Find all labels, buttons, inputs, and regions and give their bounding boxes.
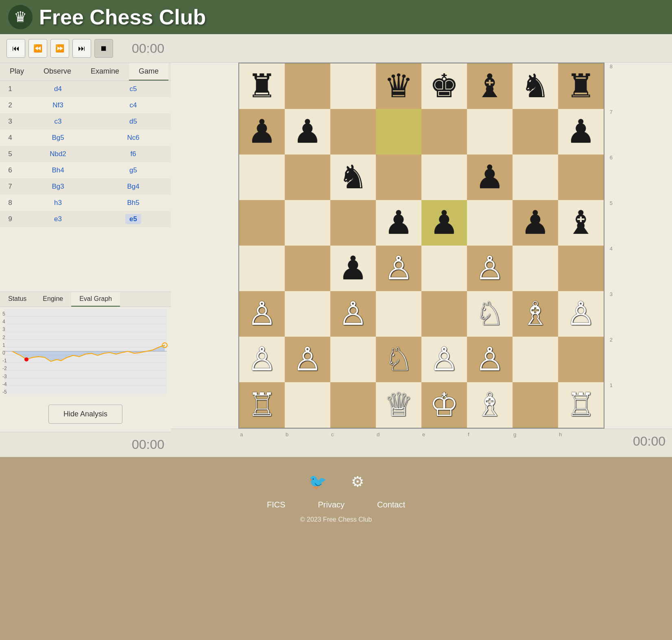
square-a6[interactable] [239, 155, 285, 200]
square-e7[interactable] [421, 109, 467, 155]
square-c3[interactable]: ♙ [330, 291, 376, 337]
square-d6[interactable] [376, 155, 421, 200]
square-g5[interactable]: ♟ [513, 200, 558, 246]
square-g6[interactable] [513, 155, 558, 200]
white-move-link[interactable]: Bg5 [52, 134, 64, 141]
square-f4[interactable]: ♙ [467, 246, 513, 291]
prev-button[interactable]: ⏪ [28, 39, 47, 58]
square-c2[interactable] [330, 337, 376, 382]
square-g8[interactable]: ♞ [513, 63, 558, 109]
square-d1[interactable]: ♕ [376, 382, 421, 428]
square-c1[interactable] [330, 382, 376, 428]
white-move-link[interactable]: c3 [55, 118, 62, 125]
black-move-link[interactable]: Nc6 [127, 134, 139, 141]
white-move-link[interactable]: Bh4 [52, 166, 64, 174]
square-g3[interactable]: ♗ [513, 291, 558, 337]
square-f7[interactable] [467, 109, 513, 155]
next-button[interactable]: ⏩ [50, 39, 69, 58]
white-move-link[interactable]: Nbd2 [50, 150, 66, 158]
tab-examine[interactable]: Examine [81, 63, 129, 81]
square-e4[interactable] [421, 246, 467, 291]
first-button[interactable]: ⏮ [7, 39, 25, 58]
square-a1[interactable]: ♖ [239, 382, 285, 428]
square-a2[interactable]: ♙ [239, 337, 285, 382]
square-f5[interactable] [467, 200, 513, 246]
square-e2[interactable]: ♙ [421, 337, 467, 382]
last-button[interactable]: ⏭ [72, 39, 91, 58]
square-f8[interactable]: ♝ [467, 63, 513, 109]
analysis-tab-engine[interactable]: Engine [35, 292, 71, 307]
square-h1[interactable]: ♖ [558, 382, 604, 428]
square-h3[interactable]: ♙ [558, 291, 604, 337]
square-d3[interactable] [376, 291, 421, 337]
square-c4[interactable]: ♟ [330, 246, 376, 291]
square-a7[interactable]: ♟ [239, 109, 285, 155]
square-b8[interactable] [285, 63, 330, 109]
github-icon[interactable]: ⚙ [351, 473, 364, 490]
square-c8[interactable] [330, 63, 376, 109]
square-e3[interactable] [421, 291, 467, 337]
black-move-link[interactable]: Bh5 [127, 199, 139, 207]
white-move-link[interactable]: d4 [54, 85, 62, 93]
black-move-link[interactable]: d5 [129, 118, 137, 125]
analysis-tab-status[interactable]: Status [0, 292, 35, 307]
square-e5[interactable]: ♟ [421, 200, 467, 246]
square-d2[interactable]: ♘ [376, 337, 421, 382]
square-c7[interactable] [330, 109, 376, 155]
square-a3[interactable]: ♙ [239, 291, 285, 337]
black-move-link[interactable]: e5 [125, 214, 141, 224]
black-move-link[interactable]: c4 [130, 101, 137, 109]
twitter-icon[interactable]: 🐦 [308, 473, 327, 490]
square-f6[interactable]: ♟ [467, 155, 513, 200]
square-h8[interactable]: ♜ [558, 63, 604, 109]
square-h6[interactable] [558, 155, 604, 200]
square-c5[interactable] [330, 200, 376, 246]
white-move-link[interactable]: Bg3 [52, 183, 64, 190]
white-move-link[interactable]: h3 [54, 199, 62, 207]
square-h4[interactable] [558, 246, 604, 291]
square-h2[interactable] [558, 337, 604, 382]
square-d8[interactable]: ♛ [376, 63, 421, 109]
black-move-link[interactable]: c5 [130, 85, 137, 93]
square-g2[interactable] [513, 337, 558, 382]
square-c6[interactable]: ♞ [330, 155, 376, 200]
square-b6[interactable] [285, 155, 330, 200]
square-b2[interactable]: ♙ [285, 337, 330, 382]
square-g4[interactable] [513, 246, 558, 291]
square-f1[interactable]: ♗ [467, 382, 513, 428]
square-a4[interactable] [239, 246, 285, 291]
hide-analysis-button[interactable]: Hide Analysis [48, 405, 122, 424]
square-g7[interactable] [513, 109, 558, 155]
square-f3[interactable]: ♘ [467, 291, 513, 337]
square-b7[interactable]: ♟ [285, 109, 330, 155]
contact-link[interactable]: Contact [377, 500, 405, 509]
square-g1[interactable] [513, 382, 558, 428]
square-b1[interactable] [285, 382, 330, 428]
square-b4[interactable] [285, 246, 330, 291]
fics-link[interactable]: FICS [267, 500, 286, 509]
stop-button[interactable]: ⏹ [94, 39, 113, 58]
square-b5[interactable] [285, 200, 330, 246]
square-e1[interactable]: ♔ [421, 382, 467, 428]
square-h7[interactable]: ♟ [558, 109, 604, 155]
black-move-link[interactable]: f6 [130, 150, 136, 158]
tab-play[interactable]: Play [0, 63, 34, 81]
black-move-link[interactable]: g5 [129, 166, 137, 174]
square-d4[interactable]: ♙ [376, 246, 421, 291]
white-move-link[interactable]: e3 [54, 215, 62, 223]
analysis-tab-evalgraph[interactable]: Eval Graph [71, 292, 120, 307]
square-b3[interactable] [285, 291, 330, 337]
black-move-link[interactable]: Bg4 [127, 183, 139, 190]
square-d7[interactable] [376, 109, 421, 155]
square-a5[interactable] [239, 200, 285, 246]
white-move-link[interactable]: Nf3 [52, 101, 63, 109]
square-d5[interactable]: ♟ [376, 200, 421, 246]
tab-observe[interactable]: Observe [34, 63, 81, 81]
square-e6[interactable] [421, 155, 467, 200]
tab-game[interactable]: Game [129, 63, 168, 81]
square-a8[interactable]: ♜ [239, 63, 285, 109]
square-f2[interactable]: ♙ [467, 337, 513, 382]
privacy-link[interactable]: Privacy [318, 500, 345, 509]
square-e8[interactable]: ♚ [421, 63, 467, 109]
square-h5[interactable]: ♝ [558, 200, 604, 246]
